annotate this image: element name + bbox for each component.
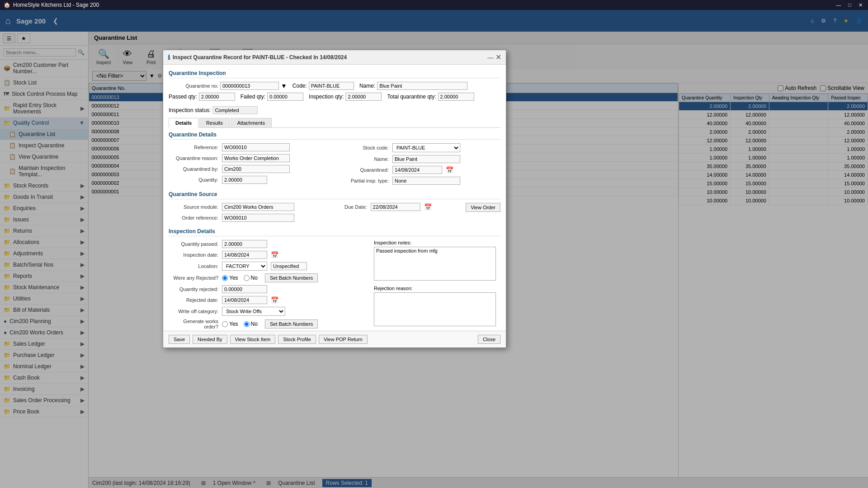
tab-details[interactable]: Details [169,118,198,128]
tab-results[interactable]: Results [199,118,230,127]
inspection-notes-textarea[interactable]: Passed inspection from mfg [374,247,496,281]
generate-yes-label[interactable]: Yes [222,321,238,327]
due-date-calendar-btn[interactable]: 📅 [424,203,432,211]
rejected-yes-radio[interactable] [222,275,228,281]
generate-no-radio[interactable] [244,321,250,327]
reference-row: Reference: [169,143,330,151]
quarantine-reason-input[interactable] [222,154,290,162]
write-off-category-label: Write off category: [169,309,218,314]
quarantine-details-section-title: Quarantine Details [169,131,500,140]
set-batch-numbers-btn2[interactable]: Set Batch Numbers [265,319,318,328]
modal-info-icon: ℹ [168,54,170,61]
rejected-date-calendar-btn[interactable]: 📅 [271,296,278,304]
tab-attachments[interactable]: Attachments [231,118,272,127]
view-stock-item-btn[interactable]: View Stock Item [230,335,276,344]
title-bar-controls: — □ ✕ [834,2,864,8]
location-row: Location: FACTORY [169,262,368,271]
rejection-reason-label: Rejection reason: [374,286,500,291]
partial-insp-input[interactable] [392,177,460,185]
quantity-passed-row: Quantity passed: [169,240,368,248]
modal-title-text: Inspect Quarantine Record for PAINT-BLUE… [173,54,347,61]
generate-no-label[interactable]: No [244,321,258,327]
close-btn[interactable]: Close [478,335,500,344]
were-any-rejected-label: Were any Rejected? [169,275,218,281]
inspection-date-calendar-btn[interactable]: 📅 [271,251,278,258]
source-module-input[interactable] [222,203,294,211]
source-module-row: Source module: [169,203,308,211]
rejected-no-radio[interactable] [244,275,250,281]
set-batch-numbers-btn[interactable]: Set Batch Numbers [265,273,318,282]
rejected-yes-label[interactable]: Yes [222,275,238,281]
write-off-category-row: Write off category: Stock Write Offs [169,307,368,316]
quarantine-reason-label: Quarantine reason: [169,155,218,161]
rejected-date-row: Rejected date: 📅 [169,296,368,304]
minimize-btn[interactable]: — [834,2,843,8]
close-btn[interactable]: ✕ [857,2,864,8]
partial-insp-label: Partial insp. type: [339,178,389,183]
quarantine-details-columns: Reference: Quarantine reason: Quarantine… [169,143,500,188]
rejected-no-label[interactable]: No [244,275,258,281]
total-quarantine-qty-input[interactable] [438,93,474,101]
maximize-btn[interactable]: □ [846,2,853,8]
quarantined-calendar-btn[interactable]: 📅 [446,166,453,174]
failed-qty-input[interactable] [267,93,303,101]
view-pop-return-btn[interactable]: View POP Return [319,335,368,344]
name2-row: Name: [339,155,500,163]
passed-qty-field: Passed qty: [169,93,235,101]
generate-works-order-label: Generate works order? [169,319,218,329]
order-reference-input[interactable] [222,214,294,222]
gen-no-text: No [251,321,258,327]
stock-profile-footer-btn[interactable]: Stock Profile [278,335,316,344]
quarantined-input[interactable] [392,166,442,174]
quarantined-by-input[interactable] [222,165,290,173]
quarantine-no-dropdown-icon[interactable]: ▼ [281,82,287,89]
stock-code-select[interactable]: PAINT-BLUE [392,143,460,152]
quarantine-source-section-title: Quarantine Source [169,191,500,199]
write-off-category-select[interactable]: Stock Write Offs [222,307,285,316]
stock-code-row: Stock code: PAINT-BLUE [339,143,500,152]
quarantine-source-row: Source module: Order reference: Due Date… [169,203,500,225]
inspection-details-main: Quantity passed: Inspection date: 📅 Loca… [169,240,500,331]
quantity-input[interactable] [222,176,267,184]
reference-input[interactable] [222,143,290,151]
rejected-date-input[interactable] [222,296,267,304]
total-quarantine-qty-label: Total quarantine qty: [387,94,436,100]
code-input[interactable] [309,82,354,90]
inspection-details-left: Quantity passed: Inspection date: 📅 Loca… [169,240,368,331]
inspection-date-input[interactable] [222,251,267,259]
modal-title: ℹ Inspect Quarantine Record for PAINT-BL… [168,54,347,61]
modal-minimize-btn[interactable]: — [487,54,494,61]
location-select[interactable]: FACTORY [222,262,267,271]
total-quarantine-qty-field: Total quarantine qty: [387,93,474,101]
due-date-row: Due Date: 📅 [317,203,457,211]
title-bar: 🏠 HomeStyle Kitchens Ltd - Sage 200 — □ … [0,0,868,10]
modal-close-btn[interactable]: ✕ [495,53,501,61]
name2-input[interactable] [392,155,460,163]
view-order-btn[interactable]: View Order [466,203,500,212]
rejection-reason-textarea[interactable] [374,292,496,326]
due-date-input[interactable] [371,203,420,211]
generate-yes-radio[interactable] [222,321,228,327]
order-reference-label: Order reference: [169,215,218,221]
code-field: Code: [292,82,354,90]
name-input[interactable] [377,82,467,90]
inspection-qty-input[interactable] [345,93,382,101]
passed-qty-input[interactable] [199,93,235,101]
quantity-rejected-input[interactable] [222,285,267,293]
quantity-passed-label: Quantity passed: [169,241,218,247]
name-field: Name: [359,82,467,90]
partial-insp-row: Partial insp. type: [339,177,500,185]
quarantine-no-field: Quarantine no: ▼ [169,82,287,90]
location-sub-input[interactable] [271,262,307,270]
rejection-reason-container: Rejection reason: [374,286,500,328]
inspection-qty-label: Inspection qty: [309,94,344,100]
modal-body: Quarantine Inspection Quarantine no: ▼ C… [163,65,506,331]
quarantine-no-input[interactable] [220,82,279,90]
due-date-label: Due Date: [317,204,367,210]
needed-by-footer-btn[interactable]: Needed By [193,335,227,344]
failed-qty-field: Failed qty: [241,93,303,101]
save-btn[interactable]: Save [169,335,190,344]
quantity-passed-input[interactable] [222,240,267,248]
location-label: Location: [169,263,218,269]
modal-controls: — ✕ [487,53,501,61]
